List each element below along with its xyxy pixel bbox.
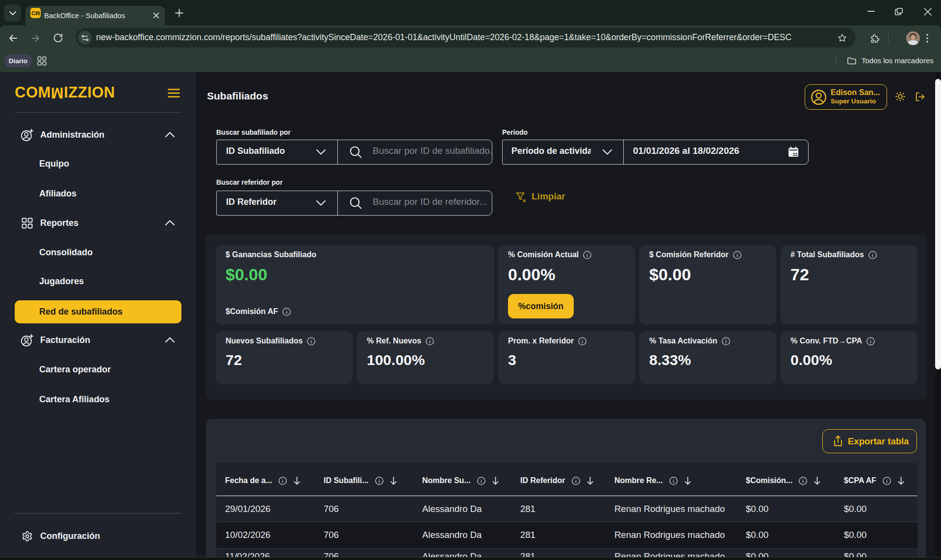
svg-text:12: 12 — [793, 152, 798, 157]
